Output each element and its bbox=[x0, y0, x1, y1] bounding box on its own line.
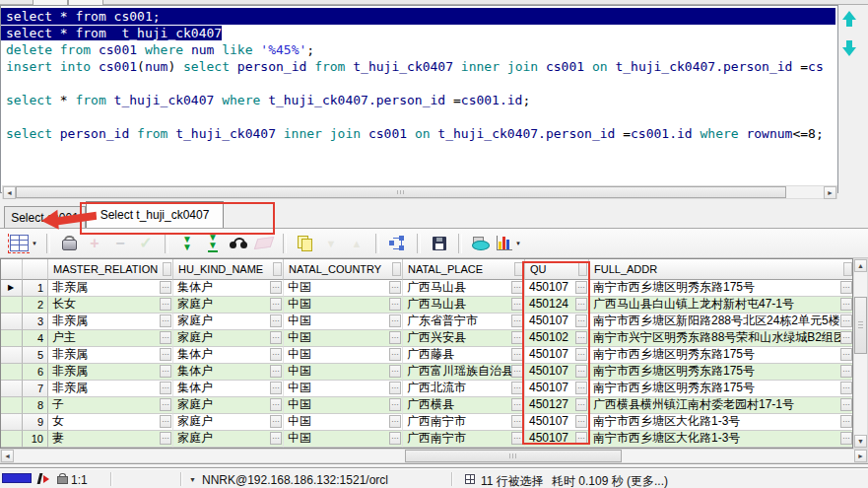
scroll-up-icon[interactable]: ▲ bbox=[854, 259, 867, 272]
cell-ellipsis-button[interactable]: … bbox=[575, 398, 587, 411]
cell-ellipsis-button[interactable]: … bbox=[160, 348, 171, 361]
fetch-last-page-button[interactable] bbox=[201, 232, 225, 255]
column-header-blank[interactable] bbox=[23, 259, 48, 280]
lock-record-button[interactable] bbox=[57, 232, 81, 255]
cell-ellipsis-button[interactable]: … bbox=[575, 348, 587, 361]
cell-ellipsis-button[interactable]: … bbox=[575, 415, 587, 428]
cell-ellipsis-button[interactable]: … bbox=[840, 348, 852, 361]
column-header-natal_country[interactable]: NATAL_COUNTRY bbox=[284, 259, 403, 280]
table-cell[interactable]: 广西马山县白山镇上龙村新村屯47-1号… bbox=[589, 297, 853, 314]
cell-ellipsis-button[interactable]: … bbox=[840, 398, 852, 411]
header-button[interactable] bbox=[163, 262, 171, 276]
table-cell[interactable]: 南宁市西乡塘区明秀东路175号… bbox=[589, 280, 853, 297]
grid-mode-button[interactable]: ▼ bbox=[8, 232, 39, 255]
table-cell[interactable]: 中国… bbox=[284, 297, 403, 314]
table-cell[interactable]: 广西横县… bbox=[403, 397, 525, 414]
row-marker-cell[interactable] bbox=[1, 397, 23, 414]
table-cell[interactable]: 集体户… bbox=[173, 280, 284, 297]
connection-string[interactable]: NNRK@192.168.186.132:1521/orcl bbox=[202, 473, 388, 487]
linked-tables-button[interactable] bbox=[386, 232, 410, 255]
cell-ellipsis-button[interactable]: … bbox=[160, 331, 171, 344]
header-button[interactable] bbox=[273, 262, 282, 276]
table-cell[interactable]: 中国… bbox=[284, 364, 403, 381]
table-cell[interactable]: 家庭户… bbox=[173, 414, 284, 431]
row-marker-cell[interactable] bbox=[1, 314, 23, 330]
cell-ellipsis-button[interactable]: … bbox=[511, 432, 523, 445]
table-cell[interactable]: 450107… bbox=[525, 347, 589, 364]
cell-ellipsis-button[interactable]: … bbox=[389, 281, 401, 294]
cell-ellipsis-button[interactable]: … bbox=[389, 348, 401, 361]
cell-ellipsis-button[interactable]: … bbox=[389, 415, 401, 428]
tab-select-cs001[interactable]: Select cs001 bbox=[4, 206, 86, 228]
cell-ellipsis-button[interactable]: … bbox=[840, 432, 852, 445]
table-cell[interactable]: 450107… bbox=[525, 314, 589, 330]
table-cell[interactable]: 广西南宁市… bbox=[403, 431, 525, 448]
cell-ellipsis-button[interactable]: … bbox=[270, 432, 282, 445]
table-cell[interactable]: 妻… bbox=[48, 431, 173, 448]
editor-lines[interactable]: select * from cs001;select * from t_huji… bbox=[1, 8, 835, 176]
break-icon[interactable] bbox=[37, 473, 50, 485]
column-header-blank[interactable] bbox=[1, 259, 23, 280]
table-cell[interactable]: 户主… bbox=[48, 330, 173, 347]
cell-ellipsis-button[interactable]: … bbox=[511, 382, 523, 394]
column-header-natal_place[interactable]: NATAL_PLACE bbox=[403, 259, 525, 280]
row-number-cell[interactable]: 5 bbox=[23, 347, 48, 364]
cell-ellipsis-button[interactable]: … bbox=[575, 281, 587, 294]
cell-ellipsis-button[interactable]: … bbox=[511, 331, 523, 344]
code-line[interactable] bbox=[1, 108, 835, 125]
save-results-button[interactable] bbox=[428, 232, 451, 255]
table-cell[interactable]: 广西横县横州镇江南村委老园村17-1号… bbox=[589, 397, 853, 414]
header-button[interactable] bbox=[578, 262, 587, 276]
cell-ellipsis-button[interactable]: … bbox=[840, 314, 852, 327]
column-header-full_addr[interactable]: FULL_ADDR bbox=[589, 259, 853, 280]
table-cell[interactable]: 广西北流市… bbox=[403, 381, 525, 397]
row-number-cell[interactable]: 10 bbox=[23, 431, 48, 448]
cell-ellipsis-button[interactable]: … bbox=[840, 415, 852, 428]
row-number-cell[interactable]: 2 bbox=[23, 297, 48, 314]
report-button[interactable] bbox=[469, 232, 493, 255]
header-button[interactable] bbox=[392, 262, 401, 276]
cell-ellipsis-button[interactable]: … bbox=[511, 415, 523, 428]
cell-ellipsis-button[interactable]: … bbox=[575, 432, 587, 445]
header-button[interactable] bbox=[843, 262, 852, 276]
cell-ellipsis-button[interactable]: … bbox=[840, 298, 852, 311]
cell-ellipsis-button[interactable]: … bbox=[575, 365, 587, 378]
cell-ellipsis-button[interactable]: … bbox=[389, 331, 401, 344]
cell-ellipsis-button[interactable]: … bbox=[511, 281, 523, 294]
table-cell[interactable]: 非亲属… bbox=[48, 280, 173, 297]
row-number-cell[interactable]: 7 bbox=[23, 381, 48, 397]
post-changes-button[interactable] bbox=[134, 232, 158, 255]
cell-ellipsis-button[interactable]: … bbox=[389, 314, 401, 327]
table-cell[interactable]: 南宁市兴宁区明秀东路88号荣和山水绿城B2组团8… bbox=[589, 330, 853, 347]
row-number-cell[interactable]: 1 bbox=[23, 280, 48, 297]
column-header-master_relation[interactable]: MASTER_RELATION bbox=[48, 259, 173, 280]
column-header-hu_kind_name[interactable]: HU_KIND_NAME bbox=[173, 259, 284, 280]
table-cell[interactable]: 450107… bbox=[525, 381, 589, 397]
table-cell[interactable]: 中国… bbox=[284, 347, 403, 364]
cell-ellipsis-button[interactable]: … bbox=[160, 365, 171, 378]
sql-editor[interactable]: select * from cs001;select * from t_huji… bbox=[0, 5, 838, 193]
clear-button[interactable] bbox=[252, 232, 276, 255]
row-number-cell[interactable]: 6 bbox=[23, 364, 48, 381]
cell-ellipsis-button[interactable]: … bbox=[575, 382, 587, 394]
table-cell[interactable]: 450107… bbox=[525, 364, 589, 381]
cell-ellipsis-button[interactable]: … bbox=[270, 382, 282, 394]
table-cell[interactable]: 广西马山县… bbox=[403, 280, 525, 297]
table-cell[interactable]: 家庭户… bbox=[173, 397, 284, 414]
table-cell[interactable]: 非亲属… bbox=[48, 347, 173, 364]
table-cell[interactable]: 中国… bbox=[284, 414, 403, 431]
connection-dropdown-caret-icon[interactable]: ▼ bbox=[189, 476, 196, 483]
tab-select-t-huji-ck0407[interactable]: Select t_huji_ck0407 bbox=[86, 201, 224, 228]
cell-ellipsis-button[interactable]: … bbox=[270, 298, 282, 311]
table-cell[interactable]: 广西兴安县… bbox=[403, 330, 525, 347]
code-line[interactable]: select person_id from t_huji_ck0407 inne… bbox=[1, 125, 835, 142]
table-cell[interactable]: 非亲属… bbox=[48, 364, 173, 381]
find-button[interactable] bbox=[227, 232, 250, 255]
previous-statement-arrow-icon[interactable] bbox=[841, 11, 857, 28]
cell-ellipsis-button[interactable]: … bbox=[511, 348, 523, 361]
scroll-down-icon[interactable]: ▼ bbox=[854, 435, 867, 448]
table-cell[interactable]: 广东省普宁市… bbox=[403, 314, 525, 330]
table-cell[interactable]: 家庭户… bbox=[173, 297, 284, 314]
cell-ellipsis-button[interactable]: … bbox=[270, 314, 282, 327]
cell-ellipsis-button[interactable]: … bbox=[160, 281, 171, 294]
